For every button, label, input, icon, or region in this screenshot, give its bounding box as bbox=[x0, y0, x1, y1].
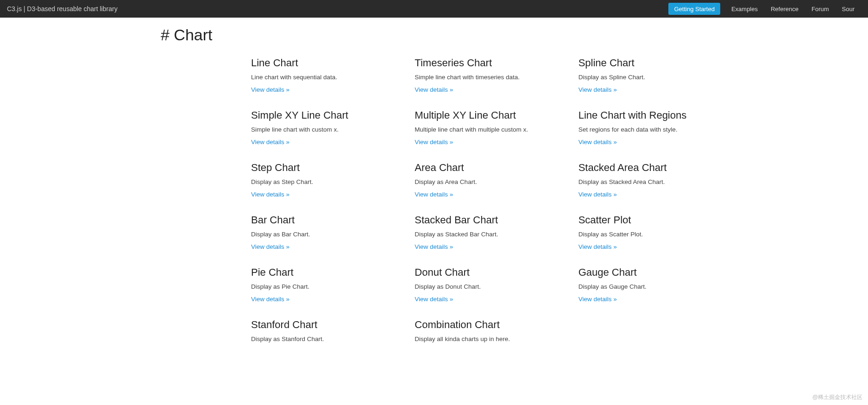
card-title: Simple XY Line Chart bbox=[251, 109, 401, 121]
card-gauge-chart: Gauge Chart Display as Gauge Chart. View… bbox=[579, 266, 728, 303]
chart-grid: Line Chart Line chart with sequential da… bbox=[251, 57, 728, 363]
card-desc: Display as Spline Chart. bbox=[579, 74, 728, 81]
card-desc: Display as Stanford Chart. bbox=[251, 335, 401, 342]
view-details-link[interactable]: View details » bbox=[579, 191, 617, 198]
card-desc: Display as Donut Chart. bbox=[415, 283, 564, 290]
card-bar-chart: Bar Chart Display as Bar Chart. View det… bbox=[251, 214, 401, 251]
card-title: Stanford Chart bbox=[251, 319, 401, 331]
view-details-link[interactable]: View details » bbox=[579, 139, 617, 146]
navbar-brand[interactable]: C3.js | D3-based reusable chart library bbox=[7, 5, 118, 13]
nav-getting-started[interactable]: Getting Started bbox=[668, 3, 720, 15]
card-title: Scatter Plot bbox=[579, 214, 728, 226]
card-desc: Display as Bar Chart. bbox=[251, 231, 401, 238]
card-title: Area Chart bbox=[415, 162, 564, 174]
card-desc: Display as Area Chart. bbox=[415, 178, 564, 185]
card-desc: Display as Stacked Area Chart. bbox=[579, 178, 728, 185]
card-desc: Display as Scatter Plot. bbox=[579, 231, 728, 238]
navbar-right: Getting Started Examples Reference Forum… bbox=[668, 0, 861, 18]
card-desc: Display as Stacked Bar Chart. bbox=[415, 231, 564, 238]
view-details-link[interactable]: View details » bbox=[579, 86, 617, 93]
view-details-link[interactable]: View details » bbox=[415, 139, 453, 146]
card-stacked-bar-chart: Stacked Bar Chart Display as Stacked Bar… bbox=[415, 214, 564, 251]
view-details-link[interactable]: View details » bbox=[579, 243, 617, 250]
card-pie-chart: Pie Chart Display as Pie Chart. View det… bbox=[251, 266, 401, 303]
card-desc: Simple line chart with custom x. bbox=[251, 126, 401, 133]
view-details-link[interactable]: View details » bbox=[579, 296, 617, 303]
view-details-link[interactable]: View details » bbox=[251, 139, 289, 146]
card-title: Bar Chart bbox=[251, 214, 401, 226]
card-title: Donut Chart bbox=[415, 266, 564, 278]
view-details-link[interactable]: View details » bbox=[251, 191, 289, 198]
card-desc: Display as Gauge Chart. bbox=[579, 283, 728, 290]
nav-source[interactable]: Sour bbox=[836, 0, 861, 18]
card-step-chart: Step Chart Display as Step Chart. View d… bbox=[251, 162, 401, 198]
card-combination-chart: Combination Chart Display all kinda char… bbox=[415, 319, 564, 347]
card-stacked-area-chart: Stacked Area Chart Display as Stacked Ar… bbox=[579, 162, 728, 198]
view-details-link[interactable]: View details » bbox=[251, 243, 289, 250]
view-details-link[interactable]: View details » bbox=[251, 86, 289, 93]
card-title: Spline Chart bbox=[579, 57, 728, 69]
view-details-link[interactable]: View details » bbox=[415, 243, 453, 250]
card-timeseries-chart: Timeseries Chart Simple line chart with … bbox=[415, 57, 564, 94]
card-area-chart: Area Chart Display as Area Chart. View d… bbox=[415, 162, 564, 198]
main-container: # Chart Line Chart Line chart with seque… bbox=[124, 26, 744, 363]
nav-reference[interactable]: Reference bbox=[764, 0, 805, 18]
card-title: Combination Chart bbox=[415, 319, 564, 331]
card-title: Timeseries Chart bbox=[415, 57, 564, 69]
card-desc: Multiple line chart with multiple custom… bbox=[415, 126, 564, 133]
view-details-link[interactable]: View details » bbox=[415, 191, 453, 198]
page-title: # Chart bbox=[161, 26, 737, 44]
card-title: Step Chart bbox=[251, 162, 401, 174]
card-simple-xy-line-chart: Simple XY Line Chart Simple line chart w… bbox=[251, 109, 401, 146]
card-stanford-chart: Stanford Chart Display as Stanford Chart… bbox=[251, 319, 401, 347]
card-title: Gauge Chart bbox=[579, 266, 728, 278]
card-desc: Line chart with sequential data. bbox=[251, 74, 401, 81]
nav-examples[interactable]: Examples bbox=[725, 0, 764, 18]
view-details-link[interactable]: View details » bbox=[415, 86, 453, 93]
card-desc: Display as Pie Chart. bbox=[251, 283, 401, 290]
card-line-chart: Line Chart Line chart with sequential da… bbox=[251, 57, 401, 94]
card-desc: Display all kinda charts up in here. bbox=[415, 335, 564, 342]
card-spline-chart: Spline Chart Display as Spline Chart. Vi… bbox=[579, 57, 728, 94]
card-scatter-plot: Scatter Plot Display as Scatter Plot. Vi… bbox=[579, 214, 728, 251]
card-title: Pie Chart bbox=[251, 266, 401, 278]
card-title: Multiple XY Line Chart bbox=[415, 109, 564, 121]
card-desc: Display as Step Chart. bbox=[251, 178, 401, 185]
card-multiple-xy-line-chart: Multiple XY Line Chart Multiple line cha… bbox=[415, 109, 564, 146]
navbar: C3.js | D3-based reusable chart library … bbox=[0, 0, 868, 18]
card-desc: Simple line chart with timeseries data. bbox=[415, 74, 564, 81]
card-title: Stacked Bar Chart bbox=[415, 214, 564, 226]
card-title: Line Chart with Regions bbox=[579, 109, 728, 121]
nav-forum[interactable]: Forum bbox=[805, 0, 836, 18]
card-title: Stacked Area Chart bbox=[579, 162, 728, 174]
card-title: Line Chart bbox=[251, 57, 401, 69]
card-line-chart-regions: Line Chart with Regions Set regions for … bbox=[579, 109, 728, 146]
view-details-link[interactable]: View details » bbox=[415, 296, 453, 303]
card-donut-chart: Donut Chart Display as Donut Chart. View… bbox=[415, 266, 564, 303]
view-details-link[interactable]: View details » bbox=[251, 296, 289, 303]
card-desc: Set regions for each data with style. bbox=[579, 126, 728, 133]
